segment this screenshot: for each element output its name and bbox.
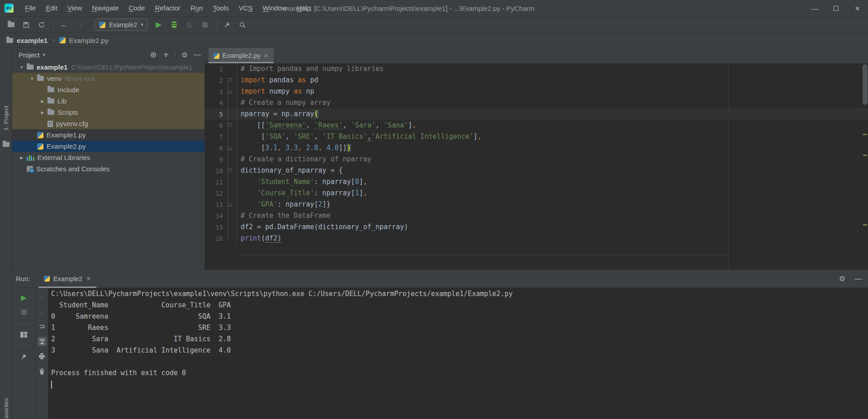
restore-layout-icon [20,332,27,338]
tree-down-arrow-icon[interactable]: ▼ [27,76,37,81]
editor-area[interactable]: Example2.py ✕ 1# Import pandas and numpy… [205,48,868,269]
breadcrumb-project[interactable]: example1 [17,37,47,44]
close-button[interactable]: × [847,0,868,17]
fold-marker-icon[interactable] [223,120,237,131]
maximize-button[interactable] [825,0,847,17]
sync-button[interactable] [36,19,47,30]
tab-example2-py[interactable]: Example2.py ✕ [209,48,274,63]
stop-button[interactable] [199,19,210,30]
python-icon [99,22,105,28]
tree-right-arrow-icon[interactable]: ▶ [38,99,47,104]
code-line-13: 13 'GPA': nparray[2]} [205,199,868,210]
fold-gutter [223,221,237,233]
close-tab-icon[interactable]: ✕ [264,52,269,59]
scrollbar-thumb[interactable] [863,64,868,105]
pycharm-logo-icon: PC [5,4,14,13]
down-stack-trace-button[interactable]: ↓ [37,306,47,316]
warning-stripe-mark[interactable] [863,134,867,135]
menu-edit[interactable]: Edit [41,0,62,16]
fold-marker-icon[interactable] [223,75,237,86]
left-tool-stripe: 1: Project 2: Favorites ★ [0,48,12,419]
clear-console-button[interactable] [37,366,47,376]
menu-run[interactable]: Run [185,0,208,16]
breadcrumb-file[interactable]: Example2.py [69,37,109,44]
debug-button[interactable] [169,19,180,30]
forward-button[interactable]: → [74,19,85,30]
search-everywhere-button[interactable] [237,19,248,30]
hide-run-panel-button[interactable]: — [854,275,862,283]
locate-file-button[interactable]: ⊕ [150,50,157,60]
menu-vcs[interactable]: VCS [234,0,258,16]
run-console[interactable]: C:\Users\DELL\PycharmProjects\example1\v… [48,288,868,419]
tree-right-arrow-icon[interactable]: ▶ [38,110,47,115]
open-folder-button[interactable] [5,19,16,30]
tree-item-example1-py[interactable]: Example1.py [12,129,204,141]
coverage-button[interactable] [184,19,195,30]
collapse-all-button[interactable] [163,52,169,58]
tree-item-example2-py[interactable]: Example2.py [12,141,204,152]
soft-wrap-button[interactable] [37,321,47,331]
code-editor[interactable]: 1# Import pandas and numpy libraries2imp… [205,63,868,269]
code-line-2: 2import pandas as pd [205,75,868,86]
tree-item-example1[interactable]: ▼example1C:\Users\DELL\PycharmProjects\e… [12,61,204,73]
code-line-8: 8 [3.1, 3.3, 2.8, 4.0]]) [205,142,868,154]
code-text: ['SQA', 'SRE', 'IT Basics','Artificial I… [237,131,868,142]
fold-marker-icon[interactable] [223,86,237,97]
minimize-button[interactable]: — [804,0,825,17]
tool-stripe-project-button[interactable]: 1: Project [0,99,12,137]
tree-item-label: Scratches and Consoles [36,165,110,173]
fold-gutter [223,63,237,75]
menu-code[interactable]: Code [124,0,150,16]
code-text: # Create a numpy array [237,97,868,108]
rerun-button[interactable]: ▶ [19,292,29,302]
tree-right-arrow-icon[interactable]: ▶ [17,155,27,160]
project-settings-button[interactable]: ⚙ [181,51,188,59]
run-settings-button[interactable]: ⚙ [839,274,845,283]
chevron-down-icon[interactable]: ▾ [43,52,46,58]
fold-marker-icon[interactable] [223,199,237,210]
tree-item-venv[interactable]: ▼venvlibrary root [12,73,204,84]
run-tool-window: Run: Example2 ✕ ⚙ — ▶ [12,269,868,419]
menu-view[interactable]: View [62,0,87,16]
code-line-1: 1# Import pandas and numpy libraries [205,63,868,75]
pin-tab-button[interactable] [19,352,29,362]
wrench-icon [223,21,231,28]
run-tab-example2[interactable]: Example2 ✕ [38,270,96,288]
close-run-tab-icon[interactable]: ✕ [86,275,91,282]
tree-item-label: External Libraries [38,154,90,161]
tree-item-include[interactable]: Include [12,84,204,95]
editor-scrollbar[interactable] [862,63,868,269]
tree-item-label: Example1.py [47,131,86,139]
tree-item-lib[interactable]: ▶Lib [12,95,204,107]
stop-process-button[interactable] [19,307,29,317]
menu-refactor[interactable]: Refactor [150,0,185,16]
hide-panel-button[interactable]: — [194,51,201,59]
menu-navigate[interactable]: Navigate [87,0,123,16]
tool-stripe-favorites-button[interactable]: 2: Favorites [0,392,12,419]
project-panel-title[interactable]: Project [19,51,40,59]
back-button[interactable]: ← [58,19,69,30]
fold-marker-icon[interactable] [223,142,237,154]
run-button[interactable]: ▶ [153,19,164,30]
warning-stripe-mark[interactable] [863,224,867,226]
ssh-tools-button[interactable] [222,19,232,30]
run-configuration-select[interactable]: Example2 ▾ [95,19,148,31]
line-number: 7 [205,133,223,141]
fold-marker-icon[interactable] [223,165,237,176]
tree-item-scripts[interactable]: ▶Scripts [12,107,204,118]
console-line-8: Process finished with exit code 0 [51,367,868,379]
console-line-1: C:\Users\DELL\PycharmProjects\example1\v… [51,288,868,300]
scroll-to-end-button[interactable] [37,336,47,346]
up-stack-trace-button[interactable]: ↑ [37,292,47,301]
tree-item-scratches-and-consoles[interactable]: Scratches and Consoles [12,163,204,174]
tree-down-arrow-icon[interactable]: ▼ [17,65,27,70]
menu-file[interactable]: File [20,0,41,16]
restore-layout-button[interactable] [19,330,29,339]
save-all-button[interactable] [21,19,32,30]
print-button[interactable] [37,351,47,361]
tree-item-pyvenv-cfg[interactable]: pyvenv.cfg [12,118,204,129]
menu-tools[interactable]: Tools [208,0,234,16]
tree-item-external-libraries[interactable]: ▶External Libraries [12,152,204,163]
fold-gutter [223,188,237,199]
warning-stripe-mark[interactable] [863,155,867,156]
